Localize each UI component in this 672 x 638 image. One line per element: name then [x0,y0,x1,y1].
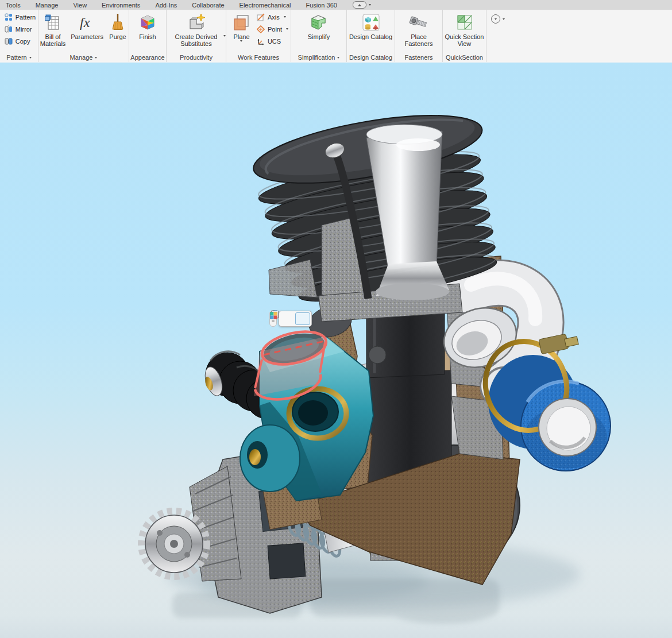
appearance-group-footer: Appearance [129,53,166,62]
design-catalog-button[interactable]: Design Catalog [347,11,395,41]
green-cube-icon [309,12,329,33]
ribbon-group-work-features: Plane Axis [226,10,291,62]
bom-table-icon [43,12,63,33]
work-features-group-footer: Work Features [226,53,291,62]
mini-toolbar [269,310,312,327]
chevron-down-icon [337,57,339,59]
ucs-icon [257,37,265,45]
plane-button[interactable]: Plane [230,11,253,43]
menu-item-view[interactable]: View [65,2,94,9]
bolt-icon [409,12,428,33]
chevron-down-icon [29,57,32,59]
quicksection-group-footer: QuickSection [443,53,486,62]
ribbon-group-design-catalog: Design Catalog Design Catalog [347,10,395,62]
ribbon-group-manage: Bill of Materials fx Parameters [38,10,129,62]
section-square-icon [455,12,474,33]
place-fasteners-button[interactable]: Place Fasteners [399,11,438,48]
chevron-down-icon [95,57,97,59]
appearance-icon [269,310,279,319]
chevron-down-icon [503,18,505,20]
pattern-grid-icon [5,13,13,21]
ribbon-group-appearance: Finish Appearance [129,10,167,62]
engine-model[interactable] [0,63,672,638]
minimize-ribbon-button[interactable] [353,1,371,9]
bill-of-materials-button[interactable]: Bill of Materials [38,11,67,48]
ucs-button[interactable]: UCS [254,35,283,47]
quick-section-view-button[interactable]: Quick Section View [443,11,486,48]
productivity-group-footer: Productivity [167,53,226,62]
menu-item-collaborate[interactable]: Collaborate [184,2,231,9]
ribbon-group-quicksection: Quick Section View QuickSection [443,10,486,62]
catalog-shapes-icon [361,12,381,33]
ribbon-group-productivity: Create Derived Substitutes Productivity [167,10,226,62]
pattern-group-footer[interactable]: Pattern [0,53,38,62]
mirror-icon [5,25,13,33]
axis-button[interactable]: Axis [254,11,288,23]
simplification-group-footer[interactable]: Simplification [291,53,346,62]
minimize-ribbon-icon [353,1,366,9]
appearance-button[interactable] [295,312,310,325]
chevron-down-icon[interactable] [240,40,242,42]
simplify-button[interactable]: Simplify [298,11,340,41]
application-window: Tools Manage View Environments Add-Ins C… [0,0,672,638]
derived-block-star-icon [187,12,206,33]
menu-bar: Tools Manage View Environments Add-Ins C… [0,0,672,10]
pattern-button[interactable]: Pattern [2,11,38,23]
menu-item-addins[interactable]: Add-Ins [148,2,184,9]
copy-icon [5,37,13,45]
menu-item-fusion360[interactable]: Fusion 360 [298,2,344,9]
plane-icon [231,12,251,33]
menu-item-manage[interactable]: Manage [28,2,66,9]
chevron-down-icon[interactable] [223,35,226,37]
ribbon-group-simplification: Simplify Simplification [291,10,347,62]
purge-button[interactable]: Purge [107,11,129,41]
derived-component-button[interactable] [280,312,295,325]
create-derived-substitutes-button[interactable]: Create Derived Substitutes [168,11,225,48]
copy-button[interactable]: Copy [2,35,33,47]
ribbon-overflow-button[interactable] [491,14,505,24]
viewport-canvas[interactable] [0,63,672,638]
color-cube-icon [138,12,157,33]
chevron-down-icon[interactable] [284,16,286,18]
ribbon-group-fasteners: Place Fasteners Fasteners [395,10,443,62]
menu-item-tools[interactable]: Tools [0,2,28,9]
manage-group-footer[interactable]: Manage [38,53,129,62]
broom-icon [108,12,128,33]
mirror-button[interactable]: Mirror [2,23,34,35]
ribbon-group-pattern: Pattern Mirror Copy [0,10,38,62]
menu-item-electromechanical[interactable]: Electromechanical [232,2,299,9]
axis-icon [257,13,265,21]
fasteners-group-footer: Fasteners [395,53,442,62]
chevron-down-icon [369,4,371,6]
point-button[interactable]: Point [254,23,291,35]
ribbon-overflow-icon [491,14,500,24]
chevron-down-icon[interactable] [286,28,288,30]
parameters-button[interactable]: fx Parameters [69,11,105,41]
menu-item-environments[interactable]: Environments [94,2,148,9]
ribbon: Pattern Mirror Copy [0,10,672,62]
svg-text:fx: fx [80,15,90,30]
design-catalog-group-footer: Design Catalog [347,53,395,62]
point-icon [257,25,265,33]
finish-button[interactable]: Finish [130,11,165,41]
fx-icon: fx [78,12,97,33]
